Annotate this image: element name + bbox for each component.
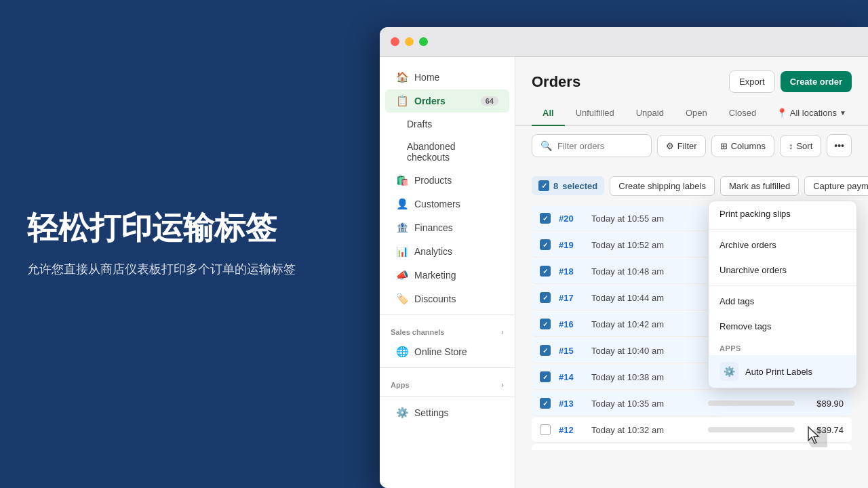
order-checkbox[interactable] [540,319,551,329]
sidebar-item-drafts[interactable]: Drafts [385,113,509,135]
tab-all[interactable]: All [532,101,565,126]
order-status-bar [708,427,795,432]
minimize-button[interactable] [405,37,414,46]
selected-count-badge: 8 selected [532,176,604,195]
dropdown-item-print-packing[interactable]: Print packing slips [709,201,856,226]
sort-button[interactable]: ↕ Sort [780,135,821,157]
tab-unpaid[interactable]: Unpaid [625,101,675,126]
capture-payments-button[interactable]: Capture payments [804,176,868,196]
create-shipping-labels-button[interactable]: Create shipping labels [610,176,715,196]
browser-window: 🏠 Home 📋 Orders 64 Drafts Abandoned chec… [380,27,868,488]
create-order-button[interactable]: Create order [781,71,852,92]
filter-icon: ⚙ [666,141,674,151]
export-button[interactable]: Export [729,70,775,93]
sidebar-item-marketing[interactable]: 📣 Marketing [385,264,509,287]
auto-print-app-icon: ⚙️ [719,362,738,381]
columns-icon: ⊞ [720,141,728,151]
order-number: #18 [559,266,583,277]
order-number: #20 [559,214,583,224]
sidebar-item-home[interactable]: 🏠 Home [385,66,509,89]
sidebar-item-analytics[interactable]: 📊 Analytics [385,240,509,263]
order-number: #13 [559,399,583,409]
sidebar-item-settings[interactable]: ⚙️ Settings [385,401,509,424]
close-button[interactable] [391,37,399,46]
online-store-icon: 🌐 [396,346,409,358]
tab-closed[interactable]: Closed [718,101,767,126]
chevron-right-apps-icon: › [501,380,504,390]
order-checkbox[interactable] [540,213,551,224]
more-button[interactable]: ••• [827,134,852,157]
app-body: 🏠 Home 📋 Orders 64 Drafts Abandoned chec… [380,57,868,488]
all-locations-label: All locations [790,108,837,118]
sidebar-item-finances[interactable]: 🏦 Finances [385,216,509,239]
page-header: Orders Export Create order [515,57,868,101]
selected-count: 8 [553,181,558,191]
order-checkbox[interactable] [540,424,551,435]
dropdown-divider-1 [709,229,856,230]
hero-subtitle: 允许您直接从商店仪表板打印多个订单的运输标签 [27,260,353,279]
order-number: #12 [559,425,583,435]
order-status-bar [708,401,795,406]
order-time: Today at 10:55 am [591,214,700,224]
home-icon: 🏠 [396,71,409,83]
tab-open[interactable]: Open [675,101,718,126]
toolbar: 🔍 ⚙ Filter ⊞ Columns ↕ Sort ••• [515,126,868,165]
tab-unfulfilled[interactable]: Unfulfilled [565,101,625,126]
order-number: #15 [559,346,583,356]
orders-icon: 📋 [396,95,409,107]
more-actions-dropdown: Print packing slips Archive orders Unarc… [708,201,857,388]
dropdown-item-add-tags[interactable]: Add tags [709,289,856,314]
search-box[interactable]: 🔍 [532,134,652,157]
sidebar-item-customers[interactable]: 👤 Customers [385,192,509,216]
order-time: Today at 10:40 am [591,346,700,356]
table-row[interactable]: #12 Today at 10:32 am $39.74 [532,418,852,443]
order-checkbox[interactable] [540,371,551,382]
order-number: #17 [559,293,583,303]
customers-icon: 👤 [396,198,409,210]
order-amount: $89.90 [803,399,844,409]
search-input[interactable] [557,141,643,151]
order-checkbox[interactable] [540,239,551,250]
dropdown-item-unarchive[interactable]: Unarchive orders [709,258,856,283]
mark-fulfilled-button[interactable]: Mark as fulfilled [720,176,799,196]
order-time: Today at 10:52 am [591,240,700,250]
analytics-icon: 📊 [396,245,409,258]
order-checkbox[interactable] [540,266,551,277]
table-row[interactable]: #11 Today at 10:28 am $49.90 [532,444,852,450]
header-actions: Export Create order [729,70,852,93]
sidebar-item-orders[interactable]: 📋 Orders 64 [385,89,509,113]
order-checkbox[interactable] [540,345,551,356]
dropdown-item-archive[interactable]: Archive orders [709,232,856,258]
order-number: #19 [559,240,583,250]
selected-checkbox-icon [538,180,549,191]
dropdown-item-remove-tags[interactable]: Remove tags [709,314,856,339]
main-content: Orders Export Create order All Unfulfill… [515,57,868,488]
table-row[interactable]: #13 Today at 10:35 am $89.90 [532,391,852,416]
sort-icon: ↕ [789,141,793,151]
order-time: Today at 10:35 am [591,399,700,409]
dropdown-item-auto-print[interactable]: ⚙️ Auto Print Labels [709,355,856,388]
maximize-button[interactable] [419,37,428,46]
apps-section: Apps › [380,372,515,392]
order-time: Today at 10:48 am [591,266,700,277]
finances-icon: 🏦 [396,222,409,234]
sidebar-item-discounts[interactable]: 🏷️ Discounts [385,287,509,310]
search-icon: 🔍 [540,140,552,151]
order-checkbox[interactable] [540,292,551,303]
columns-button[interactable]: ⊞ Columns [711,135,774,157]
order-checkbox[interactable] [540,398,551,409]
order-time: Today at 10:44 am [591,293,700,303]
selection-bar: 8 selected Create shipping labels Mark a… [515,165,868,206]
dropdown-apps-label: APPS [709,339,856,355]
sales-channels-section: Sales channels › [380,319,515,340]
products-icon: 🛍️ [396,174,409,186]
sidebar-item-online-store[interactable]: 🌐 Online Store [385,340,509,363]
chevron-down-icon: ▼ [840,109,846,117]
sidebar-item-abandoned[interactable]: Abandoned checkouts [385,136,509,168]
orders-badge: 64 [481,96,498,106]
filter-button[interactable]: ⚙ Filter [657,135,706,157]
sidebar-item-products[interactable]: 🛍️ Products [385,169,509,192]
page-title: Orders [532,73,580,91]
all-locations-selector[interactable]: 📍 All locations ▼ [771,105,852,121]
order-amount: $39.74 [803,425,844,435]
